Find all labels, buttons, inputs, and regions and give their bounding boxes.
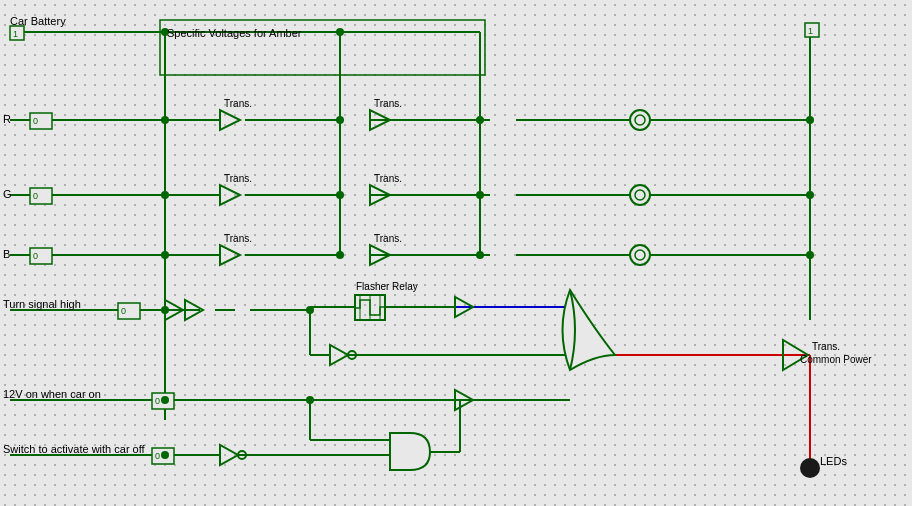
svg-text:Trans.: Trans. [224, 173, 252, 184]
svg-point-131 [806, 191, 814, 199]
svg-point-125 [336, 191, 344, 199]
svg-text:0: 0 [121, 306, 126, 316]
svg-point-129 [476, 251, 484, 259]
svg-point-118 [161, 306, 169, 314]
b-label: B [3, 248, 10, 260]
svg-text:Trans.: Trans. [374, 233, 402, 244]
svg-point-133 [800, 458, 820, 478]
svg-point-120 [161, 451, 169, 459]
svg-text:0: 0 [33, 191, 38, 201]
r-label: R [3, 113, 11, 125]
svg-text:Trans.: Trans. [812, 341, 840, 352]
12v-label: 12V on when car on [3, 388, 101, 400]
svg-text:0: 0 [33, 116, 38, 126]
turn-signal-label: Turn signal high [3, 298, 81, 310]
svg-point-128 [476, 191, 484, 199]
svg-marker-87 [330, 345, 348, 365]
svg-text:Trans.: Trans. [374, 98, 402, 109]
specific-voltages-label: Specific Voltages for Amber [167, 27, 302, 39]
svg-point-119 [161, 396, 169, 404]
switch-label: Switch to activate with car off [3, 443, 146, 455]
svg-point-115 [161, 116, 169, 124]
leds-label: LEDs [820, 455, 847, 467]
svg-point-126 [336, 251, 344, 259]
svg-text:1: 1 [13, 29, 18, 39]
flasher-relay-label: Flasher Relay [356, 281, 418, 292]
svg-point-122 [306, 396, 314, 404]
svg-marker-69 [220, 110, 240, 130]
g-label: G [3, 188, 12, 200]
svg-point-94 [630, 185, 650, 205]
svg-text:0: 0 [155, 396, 160, 406]
svg-marker-77 [220, 245, 240, 265]
svg-text:Trans.: Trans. [224, 233, 252, 244]
svg-text:1: 1 [808, 26, 813, 36]
svg-point-96 [630, 245, 650, 265]
svg-text:Trans.: Trans. [224, 98, 252, 109]
svg-text:Trans.: Trans. [374, 173, 402, 184]
svg-point-116 [161, 191, 169, 199]
svg-text:0: 0 [155, 451, 160, 461]
svg-point-132 [806, 251, 814, 259]
svg-point-121 [306, 306, 314, 314]
svg-point-130 [806, 116, 814, 124]
svg-text:0: 0 [33, 251, 38, 261]
svg-point-92 [630, 110, 650, 130]
svg-text:Common Power: Common Power [800, 354, 872, 365]
car-battery-label: Car Battery [10, 15, 66, 27]
svg-point-117 [161, 251, 169, 259]
svg-marker-90 [220, 445, 238, 465]
svg-marker-73 [220, 185, 240, 205]
